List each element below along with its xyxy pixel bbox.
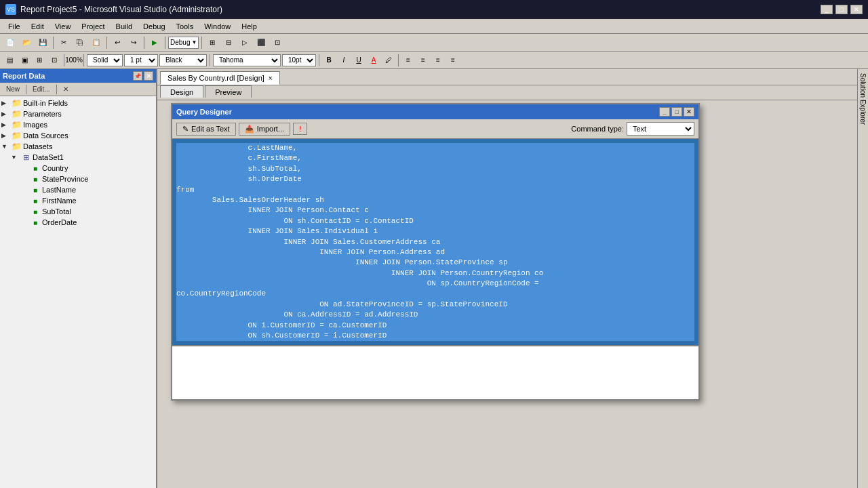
menu-edit[interactable]: Edit — [26, 21, 50, 32]
tree-parameters[interactable]: ▶ 📁 Parameters — [1, 108, 155, 119]
extra-btn-2[interactable]: ⊟ — [221, 36, 236, 49]
undo-button[interactable]: ↩ — [110, 36, 125, 49]
align-center-button[interactable]: ≡ — [416, 54, 430, 66]
open-button[interactable]: 📂 — [19, 36, 34, 49]
border-style-dropdown[interactable]: Solid — [87, 54, 123, 66]
separator-1 — [53, 37, 54, 49]
fmt-btn-3[interactable]: ⊞ — [33, 54, 46, 66]
close-button[interactable]: ✕ — [850, 5, 863, 14]
tree-datasets[interactable]: ▼ 📁 Datasets — [1, 141, 155, 152]
copy-button[interactable]: ⿻ — [73, 36, 87, 49]
sub-tab-preview[interactable]: Preview — [205, 85, 252, 98]
menu-window[interactable]: Window — [199, 21, 236, 32]
fmt-sep-0 — [64, 54, 64, 66]
field-icon-country: ■ — [30, 163, 41, 173]
save-button[interactable]: 💾 — [35, 36, 50, 49]
qd-lower-area — [172, 345, 698, 399]
maximize-button[interactable]: □ — [835, 5, 848, 14]
debug-mode-arrow: ▼ — [191, 39, 197, 45]
italic-button[interactable]: I — [337, 54, 351, 66]
sql-line-2: c.FirstName, — [176, 153, 694, 163]
panel-close-button[interactable]: ✕ — [144, 71, 153, 81]
redo-button[interactable]: ↪ — [126, 36, 141, 49]
new-file-button[interactable]: 📄 — [3, 36, 18, 49]
solution-explorer-label[interactable]: Solution Explorer — [858, 69, 868, 129]
panel-title: Report Data — [3, 72, 45, 80]
tree-images[interactable]: ▶ 📁 Images — [1, 119, 155, 130]
panel-toolbar-sep — [26, 85, 26, 94]
edit-as-text-button[interactable]: ✎ Edit as Text — [176, 123, 236, 136]
main-tab[interactable]: Sales By Country.rdl [Design] × — [160, 71, 280, 85]
warning-button[interactable]: ! — [293, 123, 307, 135]
menu-build[interactable]: Build — [111, 21, 138, 32]
start-button[interactable]: ▶ — [147, 36, 162, 49]
cut-button[interactable]: ✂ — [56, 36, 71, 49]
tree-orderdate-label: OrderDate — [42, 218, 77, 226]
percent-btn[interactable]: 100% — [67, 54, 81, 66]
bold-button[interactable]: B — [322, 54, 336, 66]
menu-project[interactable]: Project — [76, 21, 110, 32]
tree-field-firstname[interactable]: ■ FirstName — [1, 195, 155, 206]
border-width-dropdown[interactable]: 1 pt — [124, 54, 158, 66]
tree-field-country[interactable]: ■ Country — [1, 163, 155, 174]
tree-dataset1[interactable]: ▼ ⊞ DataSet1 — [1, 152, 155, 163]
minimize-button[interactable]: _ — [821, 5, 833, 14]
extra-btn-4[interactable]: ⬛ — [254, 36, 269, 49]
qd-close-button[interactable]: ✕ — [684, 107, 694, 117]
menu-help[interactable]: Help — [236, 21, 262, 32]
align-right-button[interactable]: ≡ — [431, 54, 445, 66]
fmt-btn-4[interactable]: ⊡ — [47, 54, 61, 66]
tree-field-lastname[interactable]: ■ LastName — [1, 184, 155, 195]
new-panel-button[interactable]: New — [3, 84, 23, 94]
qd-maximize-button[interactable]: □ — [671, 107, 682, 117]
paste-button[interactable]: 📋 — [89, 36, 104, 49]
panel-header: Report Data 📌 ✕ — [0, 69, 156, 83]
menu-tools[interactable]: Tools — [171, 21, 199, 32]
font-dropdown[interactable]: Tahoma — [213, 54, 281, 66]
tree-field-stateprovince[interactable]: ■ StateProvince — [1, 174, 155, 184]
menu-view[interactable]: View — [50, 21, 77, 32]
import-button[interactable]: 📥 Import... — [239, 123, 290, 136]
justify-button[interactable]: ≡ — [446, 54, 460, 66]
sql-line-10: INNER JOIN Sales.CustomerAddress ca — [176, 237, 694, 247]
menu-debug[interactable]: Debug — [138, 21, 170, 32]
edit-panel-button[interactable]: Edit... — [29, 84, 54, 94]
extra-btn-3[interactable]: ▷ — [237, 36, 252, 49]
align-left-button[interactable]: ≡ — [401, 54, 415, 66]
qd-minimize-button[interactable]: _ — [659, 107, 670, 117]
sql-line-3: sh.SubTotal, — [176, 164, 694, 174]
underline-button[interactable]: U — [352, 54, 366, 66]
tree-datasources[interactable]: ▶ 📁 Data Sources — [1, 130, 155, 141]
extra-btn-1[interactable]: ⊞ — [205, 36, 220, 49]
qd-toolbar: ✎ Edit as Text 📥 Import... ! Command typ… — [172, 119, 698, 139]
command-type-select[interactable]: Text — [627, 122, 694, 136]
expand-icon-images: ▶ — [1, 121, 11, 128]
debug-mode-label: Debug — [170, 39, 190, 46]
tab-close[interactable]: × — [269, 75, 273, 82]
tab-bar: Sales By Country.rdl [Design] × — [157, 69, 868, 85]
sql-area[interactable]: c.LastName, c.FirstName, sh.SubTotal, sh… — [172, 139, 698, 345]
tree-builtin-label: Built-in Fields — [23, 99, 68, 107]
tab-label: Sales By Country.rdl [Design] — [167, 74, 264, 82]
extra-btn-5[interactable]: ⊡ — [270, 36, 285, 49]
highlight-button[interactable]: 🖊 — [382, 54, 395, 66]
panel-pin-button[interactable]: 📌 — [133, 71, 142, 81]
menu-file[interactable]: File — [3, 21, 26, 32]
tree-field-orderdate[interactable]: ■ OrderDate — [1, 217, 155, 228]
delete-panel-button[interactable]: ✕ — [60, 84, 72, 94]
font-color-button[interactable]: A — [367, 54, 380, 66]
folder-icon: 📁 — [11, 98, 22, 108]
sub-tab-design[interactable]: Design — [160, 85, 203, 98]
app-icon: VS — [5, 4, 16, 15]
fmt-btn-1[interactable]: ▤ — [3, 54, 16, 66]
tree-builtin-fields[interactable]: ▶ 📁 Built-in Fields — [1, 98, 155, 108]
debug-mode-dropdown[interactable]: Debug ▼ — [168, 37, 199, 49]
sql-line-16: ON ad.StateProvinceID = sp.StateProvince… — [176, 300, 694, 310]
font-size-dropdown[interactable]: 10pt — [282, 54, 316, 66]
import-icon: 📥 — [245, 125, 254, 134]
tree-field-subtotal[interactable]: ■ SubTotal — [1, 206, 155, 217]
fmt-btn-2[interactable]: ▣ — [18, 54, 31, 66]
tree-subtotal-label: SubTotal — [42, 207, 71, 216]
color-dropdown[interactable]: Black — [159, 54, 207, 66]
title-bar: VS Report Project5 - Microsoft Visual St… — [0, 0, 868, 19]
